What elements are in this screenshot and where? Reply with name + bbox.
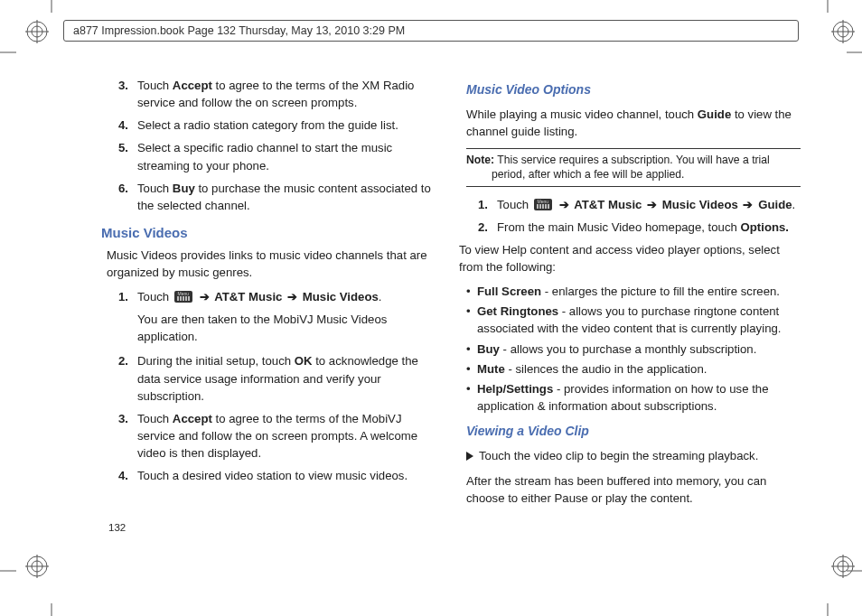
menu-icon	[534, 199, 552, 210]
page-header: a877 Impression.book Page 132 Thursday, …	[63, 20, 799, 42]
arrow-icon: ➔	[645, 198, 659, 211]
registration-mark-top-right	[831, 20, 855, 43]
action-item: Touch the video clip to begin the stream…	[466, 447, 801, 464]
bullet-item: •Full Screen - enlarges the picture to f…	[466, 283, 801, 300]
bullet-item: •Get Ringtones - allows you to purchase …	[466, 303, 801, 337]
list-item: 4. Select a radio station category from …	[107, 117, 441, 134]
subheading-viewing-video-clip: Viewing a Video Clip	[466, 422, 801, 440]
registration-mark-bottom-left	[25, 555, 49, 578]
bullet-item: •Buy - allows you to purchase a monthly …	[466, 341, 801, 358]
list-item: 2. From the main Music Video homepage, t…	[466, 219, 801, 236]
paragraph: After the stream has been buffered into …	[466, 472, 801, 507]
registration-mark-top-left	[25, 20, 49, 43]
list-item: 3. Touch Accept to agree to the terms of…	[107, 410, 441, 462]
intro-paragraph: Music Videos provides links to music vid…	[107, 247, 441, 281]
page-number: 132	[108, 522, 126, 533]
note: Note: This service requires a subscripti…	[466, 153, 801, 182]
bullet-item: •Mute - silences the audio in the applic…	[466, 360, 801, 378]
list-item: 2. During the initial setup, touch OK to…	[107, 352, 441, 404]
registration-mark-bottom-right	[831, 555, 855, 578]
page-content: 3. Touch Accept to agree to the terms of…	[107, 77, 801, 514]
subheading-music-video-options: Music Video Options	[466, 80, 801, 98]
list-item: 6. Touch Buy to purchase the music conte…	[107, 180, 441, 214]
arrow-icon: ➔	[557, 198, 571, 211]
list-item: 4. Touch a desired video station to view…	[107, 467, 441, 484]
menu-icon	[174, 291, 192, 303]
list-item: 1. Touch ➔ AT&T Music ➔ Music Videos ➔ G…	[466, 196, 801, 213]
paragraph: To view Help content and access video pl…	[459, 241, 801, 275]
arrow-icon: ➔	[286, 290, 299, 303]
list-item: 1. Touch ➔ AT&T Music ➔ Music Videos.	[107, 288, 441, 305]
arrow-icon: ➔	[741, 198, 754, 211]
bullet-item: •Help/Settings - provides information on…	[466, 380, 801, 415]
triangle-icon	[466, 452, 473, 461]
right-column: Music Video Options While playing a musi…	[466, 77, 801, 514]
header-text: a877 Impression.book Page 132 Thursday, …	[73, 24, 405, 37]
list-item: 5. Select a specific radio channel to st…	[107, 139, 441, 173]
divider	[466, 148, 801, 149]
list-item: 3. Touch Accept to agree to the terms of…	[107, 77, 441, 111]
section-heading-music-videos: Music Videos	[101, 223, 441, 243]
nav-result: You are then taken to the MobiVJ Music V…	[137, 311, 441, 345]
left-column: 3. Touch Accept to agree to the terms of…	[107, 77, 441, 514]
paragraph: While playing a music video channel, tou…	[466, 106, 801, 140]
divider	[466, 186, 801, 187]
arrow-icon: ➔	[198, 290, 211, 303]
